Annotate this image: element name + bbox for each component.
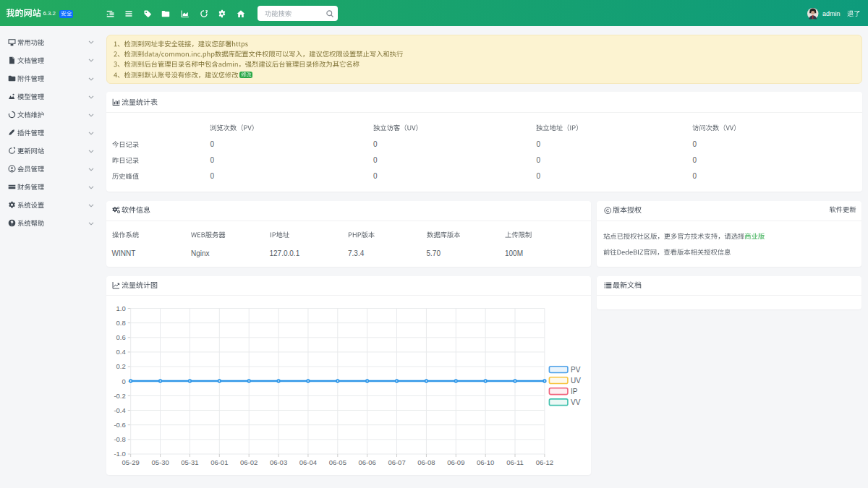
svg-text:-0.4: -0.4 — [114, 406, 125, 414]
svg-text:-0.8: -0.8 — [114, 435, 125, 443]
svg-text:0.4: 0.4 — [116, 348, 125, 356]
svg-text:PV: PV — [571, 366, 581, 374]
svg-text:05-30: 05-30 — [151, 458, 169, 466]
svg-text:06-06: 06-06 — [358, 458, 375, 466]
svg-text:UV: UV — [571, 377, 581, 385]
svg-text:06-08: 06-08 — [417, 458, 435, 466]
svg-text:-0.6: -0.6 — [114, 421, 125, 429]
svg-text:06-11: 06-11 — [506, 458, 524, 466]
svg-text:06-05: 06-05 — [328, 458, 346, 466]
svg-text:06-01: 06-01 — [210, 458, 228, 466]
svg-text:06-04: 06-04 — [299, 458, 316, 466]
svg-text:IP: IP — [571, 388, 578, 395]
svg-text:0.8: 0.8 — [116, 319, 125, 327]
svg-text:06-03: 06-03 — [269, 458, 286, 466]
svg-text:-0.2: -0.2 — [114, 392, 125, 400]
svg-text:VV: VV — [571, 398, 581, 406]
svg-text:06-07: 06-07 — [388, 458, 405, 466]
svg-text:06-12: 06-12 — [535, 458, 553, 466]
svg-text:0.2: 0.2 — [116, 362, 125, 370]
svg-text:06-10: 06-10 — [477, 458, 494, 466]
svg-text:-1.0: -1.0 — [114, 450, 125, 458]
svg-text:0.6: 0.6 — [116, 333, 125, 341]
svg-text:1.0: 1.0 — [116, 304, 125, 312]
svg-text:05-31: 05-31 — [181, 458, 198, 466]
svg-text:0: 0 — [122, 377, 125, 385]
svg-text:06-09: 06-09 — [447, 458, 464, 466]
svg-text:06-02: 06-02 — [240, 458, 258, 466]
svg-text:05-29: 05-29 — [122, 458, 139, 466]
